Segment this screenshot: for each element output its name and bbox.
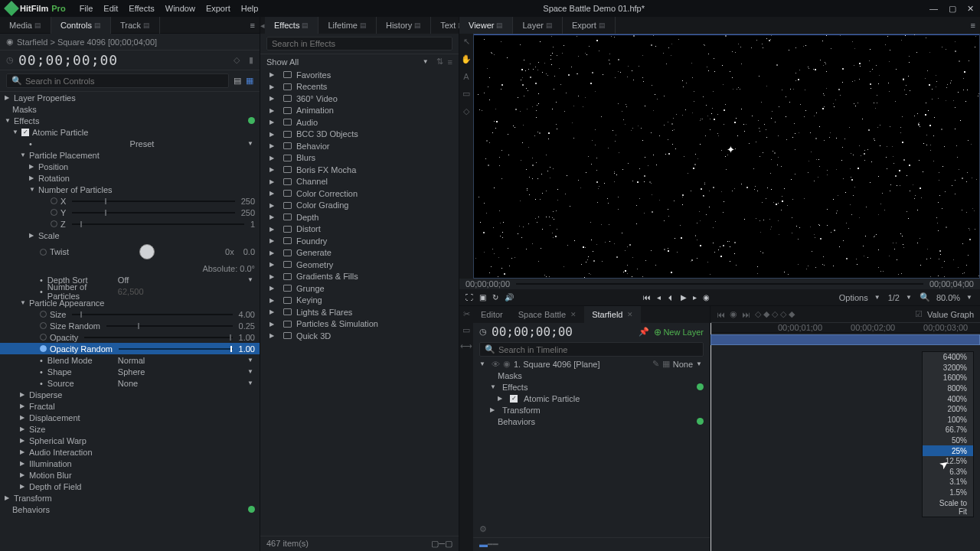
rect-tool-icon[interactable]: ▭ [462,89,470,99]
add-behavior-icon[interactable] [697,418,704,425]
tab-viewer[interactable]: Viewer▤ [459,17,513,34]
tab-effects[interactable]: Effects▤ [265,17,318,34]
timeline-timecode[interactable]: 00;00;00;00 [492,324,573,339]
menu-effects[interactable]: Effects [129,4,154,13]
zoom-option[interactable]: 1600% [923,373,973,383]
show-all-dropdown[interactable]: Show All▼⇅≡ [260,54,459,69]
dropdown-icon[interactable]: ▼ [247,140,253,147]
zoom-option[interactable]: 3.1% [923,477,973,487]
z-slider[interactable] [72,223,244,225]
zoom-menu[interactable]: 6400%3200%1600%800%400%200%100%66.7%50%2… [922,351,974,517]
timecode-display[interactable]: 00;00;00;00 [18,52,118,68]
fx-category[interactable]: ▶Animation [260,105,459,117]
new-layer-button[interactable]: ⊕New Layer [654,327,704,337]
marker-icon[interactable]: ▮ [249,55,253,65]
tab-controls[interactable]: Controls▤ [51,17,111,34]
depth-of-field-group[interactable]: ▶Depth of Field [0,481,260,492]
x-slider[interactable] [72,201,234,202]
timeline-effects-row[interactable]: ▼Effects [473,381,710,393]
transform-group[interactable]: ▶Transform [0,492,260,504]
snapshot-icon[interactable]: ▣ [479,293,486,302]
menu-export[interactable]: Export [206,4,230,13]
expand-icon[interactable]: ▶ [270,273,276,280]
viewer-canvas[interactable]: ✦ [473,34,980,279]
effect-enabled-checkbox[interactable]: ✓ [21,129,29,136]
fx-category[interactable]: ▶Color Grading [260,200,459,212]
options-dropdown[interactable]: Options [839,293,868,302]
back-icon[interactable]: ◉ [6,37,14,47]
window-controls[interactable]: — ▢ ✕ [929,4,974,14]
expand-icon[interactable]: ▶ [270,297,276,304]
selection-tool-icon[interactable]: ▭ [462,325,470,335]
fx-category[interactable]: ▶Depth [260,211,459,223]
expand-icon[interactable]: ▶ [270,237,276,244]
position-row[interactable]: ▶Position [0,161,260,172]
loop-icon[interactable]: ↻ [492,293,498,302]
viewer-toolbar[interactable]: ↖ ✋ A ▭ ◇ [459,34,473,279]
keyframe-toggle[interactable] [40,311,47,318]
masks-group[interactable]: Masks [0,103,260,115]
zoom-option[interactable]: 66.7% [923,425,973,435]
zoom-slider-icon[interactable]: ▬ [479,540,488,549]
fx-category[interactable]: ▶Particles & Simulation [260,318,459,331]
viewer-scrub[interactable]: 00;00;00;00 00;00;04;00 [459,279,980,289]
expand-icon[interactable]: ▶ [270,155,276,161]
panel-menu-icon[interactable]: ≡ [971,21,975,30]
timeline-toolbar-vertical[interactable]: ✂ ▭ ⟷ [459,306,473,551]
add-effect-icon[interactable] [697,383,704,390]
search-input[interactable] [498,345,604,354]
size-group[interactable]: ▶Size [0,423,260,435]
dropdown-icon[interactable]: ▼ [247,380,253,386]
search-input[interactable] [272,39,377,48]
tab-lifetime[interactable]: Lifetime▤ [318,17,377,34]
zoom-option[interactable]: 1.5% [923,487,973,498]
zoom-option[interactable]: 400% [923,393,973,404]
size-slider[interactable] [72,314,232,315]
expand-icon[interactable]: ▶ [270,214,276,220]
appearance-group[interactable]: ▼Particle Appearance [0,297,260,308]
solo-icon[interactable]: ◉ [503,359,511,369]
tab-space-battle[interactable]: Space Battle✕ [511,306,584,323]
dropdown-icon[interactable]: ▼ [247,276,253,283]
timeline-layer-row[interactable]: ▼👁◉ 1. Square 4096 [Plane] ✎ ▦ None ▼ [473,358,710,370]
fx-category[interactable]: ▶BCC 3D Objects [260,129,459,141]
expand-icon[interactable]: ▶ [270,202,276,209]
expand-icon[interactable]: ▶ [270,83,276,90]
menu-window[interactable]: Window [165,4,195,13]
add-effect-icon[interactable] [248,117,255,124]
play-reverse-icon[interactable]: ⏴ [667,293,675,302]
expand-icon[interactable]: ▶ [270,95,276,102]
rotation-row[interactable]: ▶Rotation [0,172,260,184]
fx-category[interactable]: ▶Behavior [260,140,459,152]
behaviors-group[interactable]: Behaviors [0,504,260,515]
play-icon[interactable]: ▶ [681,293,687,302]
disperse-group[interactable]: ▶Disperse [0,389,260,400]
search-effects[interactable] [266,37,452,51]
expand-icon[interactable]: ▶ [270,107,276,114]
grid-view-icon[interactable]: ▦ [246,76,253,86]
size-random-row[interactable]: Size Random0.25 [0,320,260,331]
fx-category[interactable]: ▶Audio [260,116,459,129]
visibility-icon[interactable]: 👁 [492,360,500,369]
tab-layer[interactable]: Layer▤ [513,17,563,34]
preset-row[interactable]: •Preset▼ [0,138,260,149]
add-kf-icon[interactable]: ◉ [730,309,737,319]
tab-media[interactable]: Media▤ [0,17,51,34]
search-controls[interactable]: 🔍 [6,73,229,88]
zoom-option[interactable]: 3200% [923,363,973,373]
menu-help[interactable]: Help [241,4,259,13]
keyframe-toggle[interactable] [40,322,47,329]
expand-icon[interactable]: ▶ [270,308,276,315]
zoom-option[interactable]: 200% [923,404,973,415]
timeline-behaviors-row[interactable]: Behaviors [473,416,710,427]
placement-group[interactable]: ▼Particle Placement [0,149,260,161]
z-row[interactable]: Z1 [0,218,260,230]
menu-edit[interactable]: Edit [103,4,118,13]
fx-category[interactable]: ▶Foundry [260,235,459,247]
audio-interaction-group[interactable]: ▶Audio Interaction [0,446,260,458]
panel-menu-icon[interactable]: ≡ [250,21,255,30]
layer-track-bar[interactable] [710,334,980,345]
parent-dropdown[interactable]: None [673,360,693,369]
expand-icon[interactable]: ▶ [270,249,276,256]
zoom-option[interactable]: 100% [923,415,973,425]
